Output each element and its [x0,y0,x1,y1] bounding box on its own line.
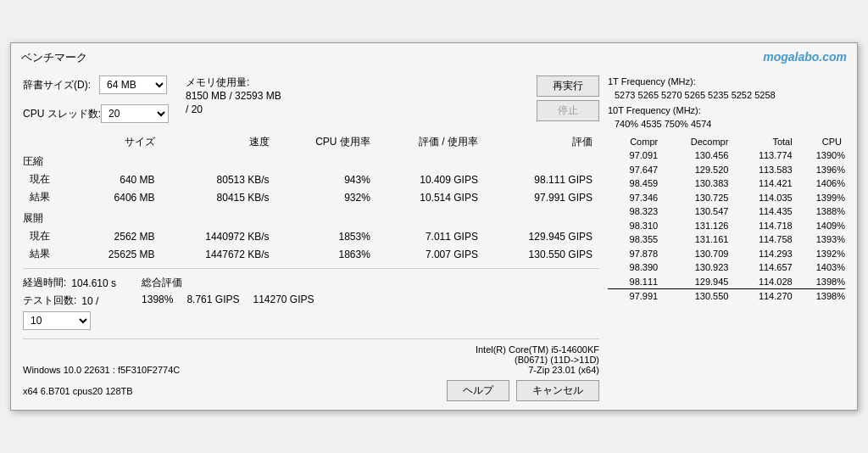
content-area: 辞書サイズ(D): 64 MB CPU スレッド数: 20 [11,69,857,410]
threads-slash: / 20 [186,103,281,115]
col-header-rating-per-cpu: 評価 / 使用率 [377,133,485,151]
rating-percent: 1398% [142,294,173,305]
compression-current-row: 現在 640 MB 80513 KB/s 943% 10.409 GIPS 98… [23,171,599,188]
decomp-result-cpu: 1863% [276,245,377,263]
decomp-result-rating-per-cpu: 7.007 GIPS [377,245,485,263]
rating-gips2: 114270 GIPS [253,294,314,305]
right-col-compr: Compr [608,135,663,149]
cancel-button[interactable]: キャンセル [516,380,599,401]
test-count-label: テスト回数: [23,294,76,308]
right-table-row: 98.459130.383114.4211406% [608,176,845,191]
cpu-line3: 7-Zip 23.01 (x64) [476,365,599,375]
dict-size-row: 辞書サイズ(D): 64 MB [23,76,169,94]
comp-result-rating-per-cpu: 10.514 GIPS [377,188,485,206]
compression-label-row: 圧縮 [23,151,599,171]
table-header-row: サイズ 速度 CPU 使用率 評価 / 使用率 評価 [23,133,599,151]
freq-10t-label: 10T Frequency (MHz): [608,105,701,115]
comp-result-speed: 80415 KB/s [162,188,276,206]
right-table-row: 98.390130.923114.6571403% [608,260,845,275]
elapsed-block: 経過時間: 104.610 s テスト回数: 10 / 10 [23,276,116,330]
build-info: x64 6.B701 cpus20 128TB [23,386,133,396]
decompression-result-row: 結果 25625 MB 1447672 KB/s 1863% 7.007 GIP… [23,245,599,263]
right-table-row: 97.091130.456113.7741390% [608,148,845,163]
right-col-decompr: Decompr [663,135,733,149]
right-table-row: 97.647129.520113.5831396% [608,163,845,177]
freq-10t-block: 10T Frequency (MHz): 740% 4535 750% 4574 [608,104,845,131]
main-layout: 辞書サイズ(D): 64 MB CPU スレッド数: 20 [23,76,845,401]
stop-button[interactable]: 停止 [537,100,599,121]
cpu-threads-row: CPU スレッド数: 20 [23,104,169,123]
decompression-label-row: 展開 [23,206,599,227]
rating-gips1: 8.761 GIPS [186,294,239,305]
comp-result-label: 結果 [23,188,73,206]
test-count-select[interactable]: 10 [23,311,91,330]
total-eval-block: 総合評価 1398% 8.761 GIPS 114270 GIPS [142,276,314,305]
comp-current-rating-per-cpu: 10.409 GIPS [377,171,485,188]
right-col-cpu: CPU [798,135,845,149]
right-table-row: 98.355131.161114.7581393% [608,232,845,247]
footer-row: x64 6.B701 cpus20 128TB ヘルプ キャンセル [23,380,599,401]
right-table-row: 97.878130.709114.2931392% [608,247,845,261]
mem-info-block: メモリ使用量: 8150 MB / 32593 MB / 20 [186,76,281,115]
decomp-current-rating-per-cpu: 7.011 GIPS [377,227,485,245]
right-table-row: 98.310131.126114.7181409% [608,219,845,233]
info-row: Windows 10.0 22631 : f5F310F2774C Intel(… [23,344,599,375]
total-eval-label: 総合評価 [142,276,314,290]
dict-size-label: 辞書サイズ(D): [23,78,99,92]
right-table-row: 97.346130.725114.0351399% [608,191,845,205]
right-table-row: 98.111129.945114.0281398% [608,275,845,289]
freq-1t-block: 1T Frequency (MHz): 5273 5265 5270 5265 … [608,76,845,103]
compression-result-row: 結果 6406 MB 80415 KB/s 932% 10.514 GIPS 9… [23,188,599,206]
comp-current-speed: 80513 KB/s [162,171,276,188]
col-header-empty [23,133,73,151]
os-info: Windows 10.0 22631 : f5F310F2774C [23,365,180,375]
decomp-result-label: 結果 [23,245,73,263]
dict-size-select[interactable]: 64 MB [99,76,167,94]
freq-10t-values: 740% 4535 750% 4574 [608,119,711,129]
right-header-row: Compr Decompr Total CPU [608,135,845,149]
brand-label: mogalabo.com [763,50,847,64]
col-header-cpu: CPU 使用率 [276,133,377,151]
summary-section: 経過時間: 104.610 s テスト回数: 10 / 10 [23,276,599,330]
sys-info-block: Windows 10.0 22631 : f5F310F2774C [23,365,180,375]
cpu-threads-select[interactable]: 20 [101,104,169,123]
decompression-current-row: 現在 2562 MB 1440972 KB/s 1853% 7.011 GIPS… [23,227,599,245]
summary-row-1: 経過時間: 104.610 s テスト回数: 10 / 10 [23,276,599,330]
action-buttons: 再実行 停止 [537,76,599,121]
footer-buttons: ヘルプ キャンセル [447,380,599,401]
right-data-table: Compr Decompr Total CPU 97.091130.456113… [608,135,845,304]
cpu-info-block: Intel(R) Core(TM) i5-14600KF (B0671) (11… [476,344,599,375]
right-final-row: 97.991130.550114.2701398% [608,289,845,304]
comp-current-cpu: 943% [276,171,377,188]
test-count-select-row: 10 [23,311,116,330]
decomp-current-cpu: 1853% [276,227,377,245]
comp-current-rating: 98.111 GIPS [485,171,599,188]
decompression-label: 展開 [23,206,599,227]
cpu-line1: Intel(R) Core(TM) i5-14600KF [476,344,599,355]
comp-result-size: 6406 MB [73,188,161,206]
cpu-line2: (B0671) (11D->11D) [476,355,599,365]
mem-value: 8150 MB / 32593 MB [186,90,281,102]
right-panel: 1T Frequency (MHz): 5273 5265 5270 5265 … [608,76,845,401]
benchmark-window: ベンチマーク mogalabo.com 辞書サイズ(D): 64 MB [10,42,858,411]
comp-current-size: 640 MB [73,171,161,188]
right-table-row: 98.323130.547114.4351388% [608,204,845,219]
elapsed-value: 104.610 s [71,277,116,289]
decomp-result-rating: 130.550 GIPS [485,245,599,263]
comp-result-rating: 97.991 GIPS [485,188,599,206]
decomp-current-size: 2562 MB [73,227,161,245]
mem-label: メモリ使用量: [186,76,281,90]
decomp-result-size: 25625 MB [73,245,161,263]
comp-current-label: 現在 [23,171,73,188]
run-button[interactable]: 再実行 [537,76,599,97]
right-col-total: Total [733,135,797,149]
left-panel: 辞書サイズ(D): 64 MB CPU スレッド数: 20 [23,76,599,401]
col-header-size: サイズ [73,133,161,151]
window-title: ベンチマーク [21,50,87,65]
benchmark-table: サイズ 速度 CPU 使用率 評価 / 使用率 評価 圧縮 [23,133,599,263]
freq-1t-values: 5273 5265 5270 5265 5235 5252 5258 [608,90,776,100]
decomp-current-rating: 129.945 GIPS [485,227,599,245]
help-button[interactable]: ヘルプ [447,380,509,401]
decomp-result-speed: 1447672 KB/s [162,245,276,263]
cpu-threads-label: CPU スレッド数: [23,107,101,121]
